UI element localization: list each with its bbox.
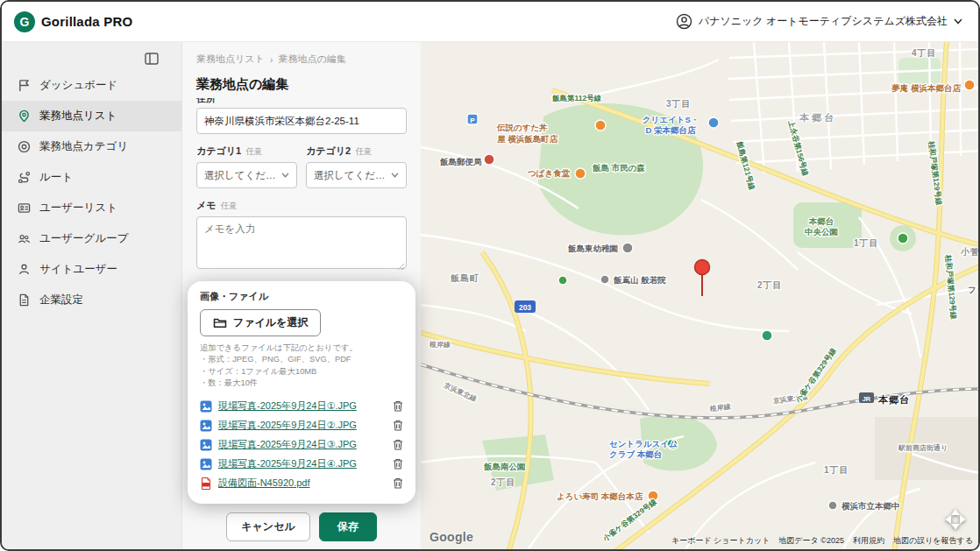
pin-category-icon: [18, 140, 31, 153]
store-icon: [708, 117, 719, 128]
sidebar-item-label: ダッシュボード: [39, 78, 117, 93]
category1-select-value: 選択してくだ…: [204, 169, 276, 182]
map-label: 小雀ケ谷第329号線: [600, 497, 658, 543]
breadcrumb-parent[interactable]: 業務地点リスト: [196, 53, 265, 66]
file-link[interactable]: 現場写真-2025年9月24日③.JPG: [218, 438, 387, 451]
map-label: 駅前商店街通り: [898, 443, 948, 452]
map-label: 4丁目: [912, 48, 937, 58]
app-logo: G Gorillada PRO: [14, 11, 132, 32]
file-notes: 追加できるファイルは下記のとおりです。 ・形式：JPEG、PNG、GIF、SVG…: [200, 343, 403, 390]
logo-text: Gorillada PRO: [41, 14, 132, 29]
sidebar-item-route[interactable]: ルート: [2, 162, 181, 193]
users-group-icon: [18, 232, 31, 245]
sidebar-item-company-settings[interactable]: 企業設定: [2, 285, 181, 315]
file-list: 現場写真-2025年9月24日①.JPG 現場写真-2025年9月24日②.JP…: [200, 397, 403, 493]
map-label: 本郷台: [877, 394, 910, 406]
pdf-file-icon: [200, 477, 212, 490]
map-label: 1丁目: [854, 238, 879, 248]
delete-file-button[interactable]: [393, 477, 403, 489]
save-button[interactable]: 保存: [319, 512, 377, 541]
sidebar-item-label: サイトユーザー: [39, 262, 117, 277]
map-pin-marker[interactable]: [695, 260, 710, 297]
google-logo: Google: [430, 530, 473, 544]
choose-file-label: ファイルを選択: [233, 315, 308, 330]
map-canvas[interactable]: P 203 JR 4丁目 夢庵 横浜本郷台店 飯島第112号線 3丁目 クリエイ…: [421, 42, 978, 549]
page-title: 業務地点の編集: [196, 76, 407, 93]
address-input[interactable]: [196, 108, 407, 134]
map-label: 屋 横浜飯島町店: [496, 134, 558, 144]
route-203-number: 203: [519, 303, 531, 312]
account-menu[interactable]: パナソニック オートモーティブシステムズ株式会社: [676, 13, 962, 30]
map-label: 飯島第112号線: [551, 94, 602, 102]
file-row: 現場写真-2025年9月24日①.JPG: [200, 397, 403, 416]
terms-link[interactable]: 利用規約: [853, 535, 884, 547]
map-label: 本郷台: [799, 112, 836, 124]
sidebar-item-dashboard[interactable]: ダッシュボード: [2, 70, 181, 101]
document-icon: [18, 293, 31, 307]
file-row: 現場写真-2025年9月24日③.JPG: [200, 435, 403, 455]
map-data-copyright: 地図データ ©2025: [778, 535, 844, 547]
sidebar-item-user-list[interactable]: ユーザーリスト: [2, 193, 181, 223]
park-icon: [898, 233, 908, 244]
report-error-link[interactable]: 地図の誤りを報告する: [893, 535, 973, 547]
map-label: D 栄本郷台店: [646, 125, 697, 135]
restaurant-icon: [595, 120, 606, 131]
parking-letter: P: [470, 117, 475, 124]
file-link[interactable]: 設備図面-N45920.pdf: [218, 477, 387, 490]
cancel-button[interactable]: キャンセル: [226, 512, 309, 541]
pan-control-icon[interactable]: [945, 509, 966, 530]
choose-file-button[interactable]: ファイルを選択: [200, 309, 321, 336]
sidebar-item-label: 企業設定: [39, 293, 83, 307]
map-graphics: P 203 JR 4丁目 夢庵 横浜本郷台店 飯島第112号線 3丁目 クリエイ…: [421, 42, 978, 549]
delete-file-button[interactable]: [393, 400, 403, 412]
sidebar-item-site-user[interactable]: サイトユーザー: [2, 254, 181, 285]
map-label: 伝説のすた丼: [496, 123, 548, 132]
map-label: 根岸線: [708, 402, 732, 413]
keyboard-shortcuts-link[interactable]: キーボード ショートカット: [671, 535, 770, 547]
school-icon: [828, 501, 837, 510]
app-window: G Gorillada PRO パナソニック オートモーティブシステムズ株式会社…: [0, 0, 980, 551]
image-file-icon: [200, 439, 212, 451]
delete-file-button[interactable]: [393, 458, 403, 470]
trash-icon: [393, 400, 403, 412]
sidebar-item-label: ルート: [39, 170, 73, 185]
file-row: 現場写真-2025年9月24日④.JPG: [200, 455, 403, 474]
map-attribution: キーボード ショートカット 地図データ ©2025 利用規約 地図の誤りを報告す…: [671, 535, 973, 547]
sidebar-item-label: 業務地点カテゴリ: [39, 139, 128, 154]
category1-select[interactable]: 選択してくだ…: [196, 162, 297, 188]
file-link[interactable]: 現場写真-2025年9月24日②.JPG: [218, 419, 387, 432]
sidebar-item-label: ユーザーリスト: [39, 201, 117, 215]
file-row: 現場写真-2025年9月24日②.JPG: [200, 416, 403, 435]
post-office-icon: [484, 154, 494, 165]
map-label: 横浜市立本郷中: [841, 501, 900, 511]
map-label: 本郷台: [808, 216, 834, 226]
person-icon: [18, 263, 31, 276]
file-link[interactable]: 現場写真-2025年9月24日④.JPG: [218, 457, 387, 470]
logo-mark-icon: G: [14, 11, 35, 32]
sidebar-item-location-list[interactable]: 業務地点リスト: [2, 101, 181, 131]
image-file-icon: [200, 458, 212, 470]
optional-tag: 任意: [221, 201, 238, 212]
route-icon: [18, 171, 31, 184]
map-label: 桂和戸塚第129号線: [944, 254, 959, 321]
category2-select[interactable]: 選択してくだ…: [306, 162, 407, 188]
folder-icon: [213, 317, 227, 328]
map-label: 2丁目: [491, 477, 516, 487]
delete-file-button[interactable]: [393, 439, 403, 450]
image-file-icon: [200, 400, 212, 413]
map-label: 夢庵 横浜本郷台店: [891, 83, 961, 93]
collapse-sidebar-icon[interactable]: [145, 53, 159, 65]
sidebar-item-location-category[interactable]: 業務地点カテゴリ: [2, 131, 181, 162]
map-label: 飯島南公園: [483, 462, 526, 471]
file-note-intro: 追加できるファイルは下記のとおりです。: [200, 343, 403, 354]
chevron-down-icon: [281, 173, 289, 178]
file-link[interactable]: 現場写真-2025年9月24日①.JPG: [218, 399, 387, 413]
map-label: 飯島 市民の森: [592, 163, 645, 173]
chevron-down-icon: [391, 173, 399, 178]
jr-badge-text: JR: [863, 395, 871, 403]
restaurant-icon: [964, 80, 975, 90]
delete-file-button[interactable]: [393, 420, 403, 431]
sidebar-item-user-group[interactable]: ユーザーグループ: [2, 223, 181, 254]
memo-textarea[interactable]: [196, 216, 407, 269]
map-label: 1丁目: [824, 465, 849, 475]
